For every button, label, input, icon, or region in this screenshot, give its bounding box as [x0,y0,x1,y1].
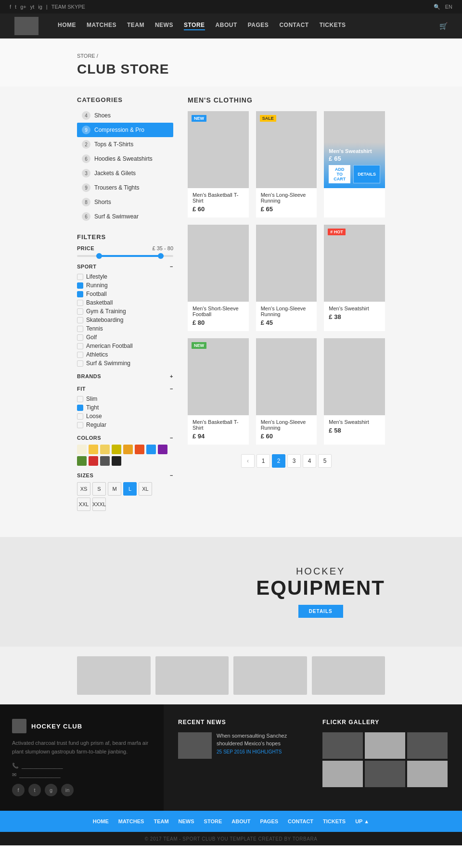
sport-lifestyle[interactable]: Lifestyle [77,273,173,280]
color-dark-gray[interactable] [100,456,110,466]
page-1[interactable]: 1 [257,454,270,468]
page-4[interactable]: 4 [303,454,316,468]
bottom-nav-news[interactable]: NEWS [179,818,194,824]
bottom-nav-store[interactable]: STORE [204,818,222,824]
nav-matches[interactable]: MATCHES [87,22,116,30]
size-xxxl[interactable]: XXXL [92,498,106,511]
color-green[interactable] [77,456,87,466]
nav-about[interactable]: ABOUT [216,22,237,30]
sizes-header[interactable]: SIZES − [77,472,173,478]
category-tops[interactable]: 2Tops & T-Shirts [77,137,173,152]
social-tw[interactable]: t [28,784,41,796]
flickr-5[interactable] [365,761,405,787]
page-prev[interactable]: ‹ [241,454,255,468]
gplus-icon[interactable]: g+ [20,4,26,10]
color-purple[interactable] [158,445,167,454]
sport-running[interactable]: Running [77,282,173,289]
cb-lifestyle[interactable] [77,274,83,280]
fit-slim[interactable]: Slim [77,396,173,402]
nav-home[interactable]: HOME [58,22,76,30]
fb-icon[interactable]: f [10,4,11,10]
cb-running[interactable] [77,282,83,289]
page-5[interactable]: 5 [318,454,332,468]
nav-contact[interactable]: CONTACT [279,22,308,30]
colors-header[interactable]: COLORS − [77,435,173,441]
product-3[interactable]: Men's Sweatshirt £ 65 ADD TO CART DETAIL… [324,111,385,217]
flickr-2[interactable] [365,732,405,759]
sport-header[interactable]: SPORT − [77,264,173,269]
color-orange[interactable] [123,445,133,454]
nav-logo[interactable] [14,17,38,35]
cb-tight[interactable] [77,405,83,411]
flickr-4[interactable] [322,761,363,787]
nav-pages[interactable]: PAGES [248,22,269,30]
bottom-nav-matches[interactable]: MATCHES [118,818,144,824]
sport-basketball[interactable]: Basketball [77,299,173,306]
color-cream[interactable] [77,445,87,454]
sport-skateboarding[interactable]: Skateboarding [77,317,173,323]
bottom-nav-team[interactable]: TEAM [154,818,168,824]
cb-american-football[interactable] [77,343,83,349]
nav-news[interactable]: NEWS [155,22,173,30]
fit-loose[interactable]: Loose [77,413,173,420]
page-3[interactable]: 3 [287,454,301,468]
size-xxl[interactable]: XXL [77,498,90,511]
cb-slim[interactable] [77,396,83,402]
details-3[interactable]: DETAILS [353,165,380,183]
sport-golf[interactable]: Golf [77,334,173,341]
brands-header[interactable]: BRANDS + [77,373,173,379]
breadcrumb-store[interactable]: STORE [77,53,95,59]
flickr-6[interactable] [407,761,448,787]
cb-athletics[interactable] [77,352,83,358]
price-slider[interactable] [77,255,173,257]
product-4[interactable]: Men's Short-Sleeve Football £ 80 [188,225,249,331]
cb-gym[interactable] [77,308,83,315]
sport-football[interactable]: Football [77,291,173,297]
cart-icon[interactable]: 🛒 [439,22,448,30]
bottom-nav-contact[interactable]: CONTACT [288,818,313,824]
sizes-collapse-icon[interactable]: − [170,472,173,478]
fit-header[interactable]: FIT − [77,386,173,392]
fit-tight[interactable]: Tight [77,404,173,411]
size-l[interactable]: L [123,482,137,496]
category-hoodies[interactable]: 6Hoodies & Sweatshirts [77,152,173,166]
category-jackets[interactable]: 3Jackets & Gilets [77,166,173,180]
flickr-3[interactable] [407,732,448,759]
cb-regular[interactable] [77,422,83,428]
bottom-nav-tickets[interactable]: TICKETS [323,818,346,824]
lang-selector[interactable]: EN [445,4,452,10]
product-6[interactable]: # HOT Men's Sweatshirt £ 38 [324,225,385,331]
social-in[interactable]: in [61,784,74,796]
sport-athletics[interactable]: Athletics [77,351,173,358]
nav-tickets[interactable]: TICKETS [320,22,346,30]
fit-regular[interactable]: Regular [77,421,173,428]
product-1[interactable]: NEW Men's Basketball T-Shirt £ 60 [188,111,249,217]
cb-loose[interactable] [77,413,83,420]
bottom-nav-about[interactable]: ABOUT [231,818,250,824]
yt-icon[interactable]: yt [30,4,35,10]
ig-icon[interactable]: ig [38,4,42,10]
cb-tennis[interactable] [77,326,83,332]
nav-team[interactable]: TEAM [127,22,144,30]
color-black[interactable] [112,456,121,466]
cb-skateboarding[interactable] [77,317,83,323]
sport-gym[interactable]: Gym & Training [77,308,173,315]
sport-surf-swim[interactable]: Surf & Swimming [77,360,173,367]
cb-football[interactable] [77,291,83,297]
page-2[interactable]: 2 [272,454,285,468]
flickr-1[interactable] [322,732,363,759]
product-2[interactable]: SALE Men's Long-Sleeve Running £ 65 [256,111,317,217]
color-blue[interactable] [146,445,156,454]
colors-collapse-icon[interactable]: − [170,435,173,441]
size-xs[interactable]: XS [77,482,90,496]
category-shorts[interactable]: 8Shorts [77,195,173,209]
sport-collapse-icon[interactable]: − [170,264,173,269]
product-7[interactable]: NEW Men's Basketball T-Shirt £ 94 [188,338,249,445]
color-dark-yellow[interactable] [112,445,121,454]
news-item-1[interactable]: When somersaulting Sanchez shouldered Me… [178,732,303,759]
back-to-top[interactable]: UP ▲ [355,818,369,824]
social-fb[interactable]: f [12,784,25,796]
range-thumb-right[interactable] [158,253,164,259]
add-to-cart-3[interactable]: ADD TO CART [329,165,350,183]
sport-american-football[interactable]: American Football [77,343,173,349]
